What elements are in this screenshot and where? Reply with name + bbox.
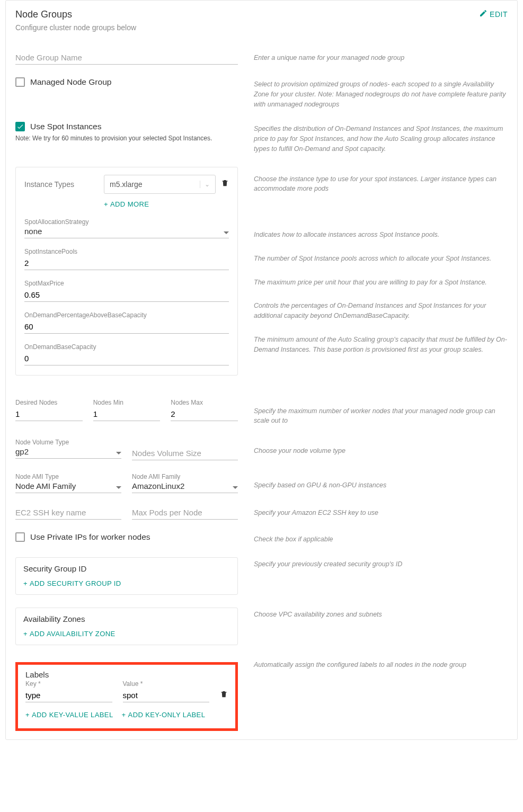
ondemand-pct-label: OnDemandPercentageAboveBaseCapacity — [24, 311, 229, 319]
privateip-help: Check the box if applicable — [254, 532, 508, 545]
caret-down-icon — [114, 481, 121, 490]
spot-pools-help: The number of Spot Instance pools across… — [254, 254, 508, 264]
maxpods-input[interactable] — [132, 506, 238, 520]
labels-help: Automatically assign the configured labe… — [254, 658, 508, 731]
labels-title: Labels — [25, 670, 228, 679]
managed-checkbox[interactable] — [15, 77, 25, 87]
amifamily-help: Specify based on GPU & non-GPU instances — [254, 473, 508, 493]
add-kv-label-button[interactable]: + ADD KEY-VALUE LABEL — [25, 711, 113, 719]
spot-strategy-label: SpotAllocationStrategy — [24, 218, 229, 226]
node-group-name-help: Enter a unique name for your managed nod… — [254, 51, 508, 65]
az-help: Choose VPC availability zones and subnet… — [254, 608, 508, 645]
nodes-max-help: Specify the maximum number of worker nod… — [254, 399, 508, 426]
sg-title: Security Group ID — [23, 564, 230, 573]
spot-checkbox[interactable] — [15, 122, 25, 131]
node-group-name-input[interactable] — [15, 51, 238, 65]
ondemand-pct-help: Controls the percentages of On-Demand In… — [254, 301, 508, 321]
max-input[interactable] — [171, 407, 238, 421]
desired-label: Desired Nodes — [15, 399, 83, 406]
labels-key-input[interactable] — [25, 689, 112, 702]
spot-maxprice-input[interactable] — [24, 288, 229, 302]
spot-maxprice-help: The maximum price per unit hour that you… — [254, 278, 508, 288]
plus-icon: + — [25, 711, 30, 719]
spot-label: Use Spot Instances — [30, 122, 101, 131]
spot-strategy-help: Indicates how to allocate instances acro… — [254, 230, 508, 240]
managed-label: Managed Node Group — [30, 77, 111, 87]
ondemand-pct-input[interactable] — [24, 320, 229, 334]
spot-pools-input[interactable] — [24, 256, 229, 270]
az-title: Availability Zones — [23, 614, 230, 623]
delete-instance-button[interactable] — [221, 179, 229, 189]
amitype-label: Node AMI Type — [15, 473, 121, 480]
instance-type-select[interactable]: m5.xlarge ⌄ — [104, 175, 216, 194]
sshkey-help: Specify your Amazon EC2 SSH key to use — [254, 506, 508, 520]
min-label: Nodes Min — [93, 399, 161, 406]
desired-input[interactable] — [15, 407, 83, 421]
amitype-select[interactable]: Node AMI Family — [15, 481, 121, 493]
voltype-help: Choose your node volume type — [254, 439, 508, 460]
sshkey-input[interactable] — [15, 506, 121, 520]
spot-pools-label: SpotInstancePools — [24, 248, 229, 255]
add-more-instance-button[interactable]: + ADD MORE — [104, 200, 149, 208]
add-key-label-button[interactable]: + ADD KEY-ONLY LABEL — [122, 711, 206, 719]
spot-note: Note: We try for 60 minutes to provision… — [15, 135, 238, 142]
plus-icon: + — [122, 711, 126, 719]
pencil-icon — [479, 9, 487, 19]
spot-maxprice-label: SpotMaxPrice — [24, 280, 229, 287]
sg-help: Specify your previously created security… — [254, 557, 508, 595]
edit-label: EDIT — [490, 10, 508, 19]
labels-value-label: Value * — [123, 680, 210, 688]
plus-icon: + — [23, 579, 28, 587]
ondemand-base-label: OnDemandBaseCapacity — [24, 343, 229, 351]
managed-help: Select to provision optimized groups of … — [254, 77, 508, 109]
amifamily-label: Node AMI Family — [132, 473, 238, 480]
add-az-button[interactable]: + ADD AVAILABILITY ZONE — [23, 630, 116, 638]
edit-button[interactable]: EDIT — [479, 9, 508, 19]
add-sg-button[interactable]: + ADD SECURITY GROUP ID — [23, 579, 121, 587]
instance-type-value: m5.xlarge — [110, 180, 142, 189]
ondemand-base-input[interactable] — [24, 352, 229, 365]
page-title: Node Groups — [15, 9, 136, 20]
plus-icon: + — [23, 630, 28, 638]
volsize-input[interactable] — [132, 447, 238, 460]
spot-help: Specifies the distribution of On-Demand … — [254, 122, 508, 154]
caret-down-icon — [231, 481, 238, 490]
plus-icon: + — [104, 200, 108, 208]
delete-label-button[interactable] — [220, 690, 228, 702]
privateip-checkbox[interactable] — [15, 532, 25, 542]
privateip-label: Use Private IPs for worker nodes — [30, 532, 150, 542]
spot-strategy-select[interactable]: none — [24, 227, 229, 238]
max-label: Nodes Max — [171, 399, 238, 406]
labels-value-input[interactable] — [123, 689, 210, 702]
instance-types-help: Choose the instance type to use for your… — [254, 174, 508, 194]
labels-key-label: Key * — [25, 680, 112, 688]
voltype-select[interactable]: gp2 — [15, 447, 121, 459]
page-subtitle: Configure cluster node groups below — [15, 23, 136, 32]
labels-panel: Labels Key * Value * — [15, 662, 238, 731]
voltype-label: Node Volume Type — [15, 439, 121, 446]
min-input[interactable] — [93, 407, 161, 421]
chevron-down-icon: ⌄ — [200, 181, 210, 188]
caret-down-icon — [221, 227, 229, 236]
amifamily-select[interactable]: AmazonLinux2 — [132, 481, 238, 493]
ondemand-base-help: The minimum amount of the Auto Scaling g… — [254, 335, 508, 355]
caret-down-icon — [114, 447, 121, 456]
instance-types-label: Instance Types — [24, 180, 99, 189]
